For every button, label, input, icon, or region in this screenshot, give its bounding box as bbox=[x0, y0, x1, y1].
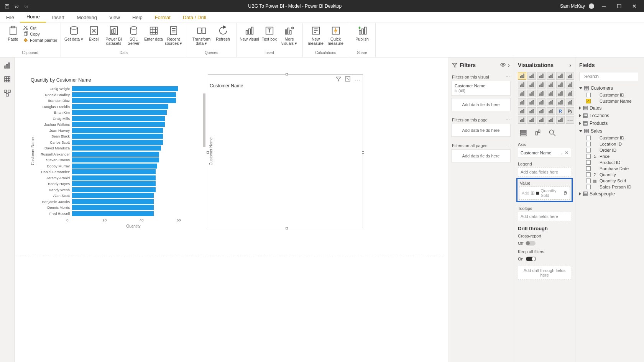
checkbox[interactable] bbox=[586, 142, 591, 146]
field-quantity[interactable]: ΣQuantity bbox=[575, 172, 644, 178]
get-data-button[interactable]: Get data ▾ bbox=[64, 25, 84, 41]
viz-type-map[interactable] bbox=[518, 98, 526, 106]
field-product-id[interactable]: Product ID bbox=[575, 159, 644, 165]
maximize-button[interactable]: ☐ bbox=[613, 3, 625, 9]
chart-scrollbar[interactable] bbox=[203, 93, 205, 147]
enter-data-button[interactable]: Enter data bbox=[144, 25, 164, 41]
bar-row[interactable]: Daniel Fernandez bbox=[35, 169, 199, 175]
field-purchase-date[interactable]: Purchase Date bbox=[575, 165, 644, 172]
report-canvas[interactable]: Quantity by Customer Name Customer Name … bbox=[15, 57, 448, 362]
viz-type-line[interactable] bbox=[518, 81, 526, 88]
filter-drop-all[interactable]: Add data fields here bbox=[451, 149, 511, 162]
table-locations[interactable]: Locations bbox=[575, 112, 644, 120]
bar-row[interactable]: Bobby Murray bbox=[35, 163, 199, 169]
bar-row[interactable]: Randy Hayes bbox=[35, 181, 199, 187]
focus-icon[interactable] bbox=[345, 76, 350, 82]
minimize-button[interactable]: ─ bbox=[598, 3, 610, 9]
checkbox[interactable] bbox=[586, 136, 591, 140]
bar-row[interactable]: Russell Alexander bbox=[35, 151, 199, 157]
viz-type-bar-stacked[interactable] bbox=[518, 72, 526, 80]
checkbox[interactable] bbox=[586, 154, 591, 159]
viz-type-py[interactable]: Py bbox=[566, 107, 574, 115]
more-icon[interactable]: ⋯ bbox=[506, 74, 510, 79]
bar-row[interactable]: Ronald Bradley bbox=[35, 92, 199, 98]
tab-help[interactable]: Help bbox=[126, 13, 149, 23]
viz-type-funnel[interactable] bbox=[527, 90, 536, 97]
save-icon[interactable] bbox=[5, 4, 10, 9]
tab-view[interactable]: View bbox=[103, 13, 126, 23]
viz-type-treemap[interactable] bbox=[566, 90, 574, 97]
viz-type-bar-clustered[interactable] bbox=[527, 72, 536, 80]
viz-type-slicer[interactable] bbox=[527, 107, 536, 115]
value-field-well[interactable]: Add Quantity Sold bbox=[519, 187, 570, 200]
filter-drop-page[interactable]: Add data fields here bbox=[451, 124, 511, 137]
tab-home[interactable]: Home bbox=[20, 12, 46, 23]
viz-type-bar-h[interactable] bbox=[547, 72, 555, 80]
table-products[interactable]: Products bbox=[575, 120, 644, 127]
analytics-tab-icon[interactable] bbox=[549, 129, 556, 137]
bar-row[interactable]: Craig Wright bbox=[35, 86, 199, 92]
viz-type-line-col[interactable] bbox=[547, 81, 555, 88]
field-quantity-sold[interactable]: ▦Quantity Sold bbox=[575, 178, 644, 184]
bar-row[interactable]: Sean Black bbox=[35, 133, 199, 139]
bar-row[interactable]: Randy Webb bbox=[35, 187, 199, 193]
publish-button[interactable]: Publish bbox=[352, 25, 372, 41]
tab-format[interactable]: Format bbox=[149, 13, 177, 23]
undo-icon[interactable] bbox=[14, 4, 19, 9]
more-icon[interactable]: ⋯ bbox=[354, 76, 360, 82]
bar-row[interactable]: Craig Mills bbox=[35, 116, 199, 122]
search-input[interactable] bbox=[584, 74, 642, 79]
window-scrollbar[interactable] bbox=[638, 57, 644, 362]
tooltips-field-well[interactable]: Add data fields here bbox=[518, 212, 571, 221]
avatar[interactable] bbox=[589, 3, 594, 9]
fields-tab-icon[interactable] bbox=[519, 129, 527, 137]
axis-field-well[interactable]: Customer Name ⌄ ✕ bbox=[518, 148, 571, 158]
data-view-icon[interactable] bbox=[4, 76, 11, 83]
viz-type-kpi[interactable] bbox=[518, 107, 526, 115]
bar-row[interactable]: Douglas Franklin bbox=[35, 104, 199, 110]
viz-type-card[interactable] bbox=[556, 98, 565, 106]
bar-row[interactable]: Brian Kim bbox=[35, 110, 199, 116]
empty-visual[interactable]: ⋯ Customer Name Customer Name bbox=[208, 74, 363, 228]
recent-sources-button[interactable]: Recent sources ▾ bbox=[164, 25, 184, 46]
viz-type-multi-card[interactable] bbox=[566, 98, 574, 106]
format-painter-button[interactable]: Format painter bbox=[23, 38, 58, 43]
more-icon[interactable]: ⋯ bbox=[506, 117, 510, 122]
viz-type-more[interactable]: ⋯ bbox=[566, 116, 574, 124]
bar-row[interactable]: Dennis Morris bbox=[35, 205, 199, 211]
tab-modeling[interactable]: Modeling bbox=[71, 13, 103, 23]
checkbox[interactable] bbox=[586, 93, 591, 97]
viz-type-shape[interactable] bbox=[537, 98, 545, 106]
filter-drop-visual[interactable]: Add data fields here bbox=[451, 98, 511, 111]
redo-icon[interactable] bbox=[24, 4, 29, 9]
bar-row[interactable]: David Mendoza bbox=[35, 145, 199, 151]
field-customer-name[interactable]: Customer Name bbox=[575, 98, 644, 104]
bar-row[interactable]: Carlos Scott bbox=[35, 139, 199, 146]
bar-row[interactable]: Juan Harvey bbox=[35, 128, 199, 134]
table-dates[interactable]: Dates bbox=[575, 104, 644, 112]
checkbox[interactable] bbox=[586, 166, 591, 171]
cut-button[interactable]: Cut bbox=[23, 25, 58, 31]
bar-row[interactable]: Brandon Diaz bbox=[35, 98, 199, 104]
filter-card[interactable]: Customer Name is (All) bbox=[451, 81, 511, 96]
viz-type-ribbon[interactable] bbox=[566, 81, 574, 88]
checkbox[interactable] bbox=[586, 185, 591, 189]
viz-type-filled-map[interactable] bbox=[527, 98, 536, 106]
viz-type-qa[interactable] bbox=[537, 116, 545, 124]
viz-type-bar-h-stacked[interactable] bbox=[537, 72, 545, 80]
resize-handle[interactable] bbox=[362, 151, 364, 154]
bar-row[interactable]: Jeremy Arnold bbox=[35, 175, 199, 181]
field-sales-person-id[interactable]: Sales Person ID bbox=[575, 184, 644, 190]
collapse-icon[interactable]: › bbox=[569, 62, 571, 68]
bar-row[interactable]: Alan Scott bbox=[35, 193, 199, 199]
bar-row[interactable]: Fred Russell bbox=[35, 211, 199, 217]
tab-insert[interactable]: Insert bbox=[46, 13, 71, 23]
viz-type-pie[interactable] bbox=[547, 90, 555, 97]
field-price[interactable]: ΣPrice bbox=[575, 153, 644, 159]
resize-handle[interactable] bbox=[286, 73, 288, 75]
text-box-button[interactable]: Text box bbox=[260, 25, 279, 41]
bar-row[interactable]: Benjamin Jacobs bbox=[35, 199, 199, 205]
model-view-icon[interactable] bbox=[4, 90, 11, 97]
checkbox[interactable] bbox=[586, 99, 591, 103]
viz-type-waterfall[interactable] bbox=[518, 90, 526, 97]
